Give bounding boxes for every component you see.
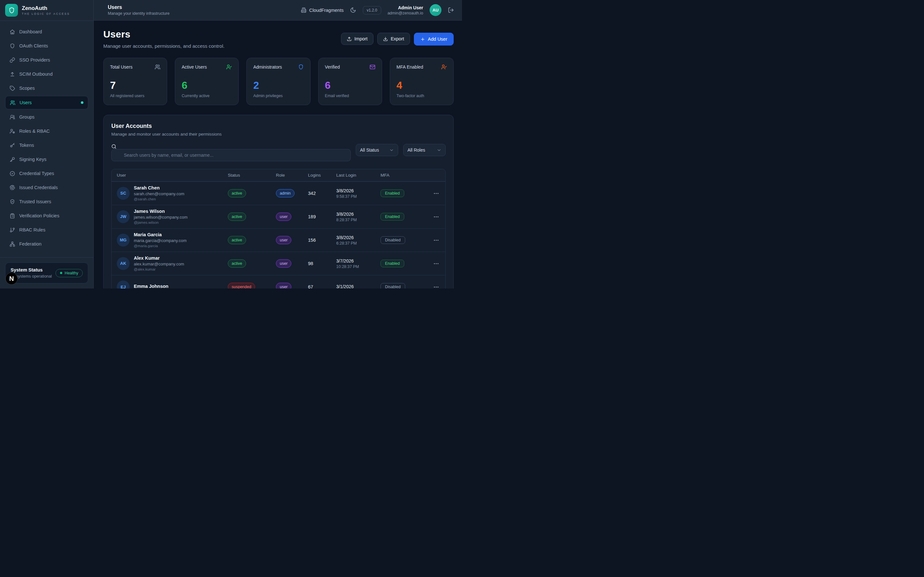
brand-tagline: THE LOGIC OF ACCESS — [22, 12, 70, 15]
stat-label: Active Users — [182, 64, 207, 69]
user-check-icon — [441, 64, 447, 70]
accounts-subtitle: Manage and monitor user accounts and the… — [111, 132, 446, 137]
sidebar-item-label: Roles & RBAC — [19, 129, 50, 134]
role-badge: admin — [276, 189, 294, 198]
export-button[interactable]: Export — [377, 33, 410, 45]
logins-count: 98 — [308, 261, 336, 266]
logins-count: 342 — [308, 191, 336, 196]
last-login-date: 3/8/2026 — [336, 188, 381, 193]
last-login-date: 3/8/2026 — [336, 211, 381, 217]
stat-value: 6 — [325, 79, 375, 91]
sidebar-nav: Dashboard OAuth Clients SSO Providers SC… — [0, 21, 94, 251]
status-badge-label: Healthy — [65, 271, 78, 276]
tag-icon — [10, 85, 15, 91]
mfa-badge: Enabled — [381, 259, 404, 268]
fingerprint-icon — [10, 185, 15, 190]
sidebar-item-label: Issued Credentials — [19, 185, 58, 190]
ellipsis-icon — [433, 261, 440, 267]
sidebar-item-label: OAuth Clients — [19, 43, 48, 48]
stat-caption: All registered users — [110, 93, 160, 98]
stat-value: 6 — [182, 79, 232, 91]
mfa-badge: Enabled — [381, 189, 404, 197]
sidebar-item-label: Federation — [19, 242, 41, 247]
theme-toggle-button[interactable] — [350, 7, 357, 13]
row-actions-button[interactable] — [433, 284, 440, 288]
roles-filter-select[interactable]: All Roles — [403, 144, 446, 156]
link-icon — [10, 57, 15, 63]
download-icon — [383, 37, 388, 41]
current-user-name: Admin User — [388, 5, 423, 10]
git-branch-icon — [10, 227, 15, 233]
sidebar-item-groups[interactable]: Groups — [5, 111, 88, 123]
moon-icon — [350, 7, 357, 13]
sidebar-item-label: Signing Keys — [19, 157, 47, 162]
logout-button[interactable] — [448, 7, 454, 13]
sidebar-item-issued-credentials[interactable]: Issued Credentials — [5, 181, 88, 194]
sidebar-item-label: Groups — [19, 114, 35, 119]
sidebar-item-rbac-rules[interactable]: RBAC Rules — [5, 223, 88, 236]
sidebar-item-tokens[interactable]: Tokens — [5, 139, 88, 152]
sidebar-item-sso-providers[interactable]: SSO Providers — [5, 53, 88, 66]
row-actions-button[interactable] — [433, 213, 440, 220]
column-header-last-login: Last Login — [336, 173, 381, 177]
shield-icon — [298, 64, 304, 70]
ellipsis-icon — [433, 237, 440, 243]
sidebar-item-scopes[interactable]: Scopes — [5, 82, 88, 95]
sidebar-item-oauth-clients[interactable]: OAuth Clients — [5, 39, 88, 52]
sidebar-item-users[interactable]: Users — [5, 96, 88, 109]
last-login-time: 8:28:37 PM — [336, 218, 381, 222]
avatar[interactable]: AU — [430, 4, 441, 16]
sidebar-item-trusted-issuers[interactable]: Trusted Issuers — [5, 195, 88, 208]
sidebar-item-federation[interactable]: Federation — [5, 237, 88, 250]
avatar: EJ — [117, 280, 129, 288]
sidebar-item-verification-policies[interactable]: Verification Policies — [5, 210, 88, 222]
status-filter-select[interactable]: All Status — [356, 144, 398, 156]
sidebar-item-roles-rbac[interactable]: Roles & RBAC — [5, 125, 88, 137]
column-header-mfa: MFA — [381, 173, 425, 177]
stat-card-active-users: Active Users 6 Currently active — [175, 58, 239, 105]
row-actions-button[interactable] — [433, 190, 440, 197]
search-icon — [111, 144, 351, 149]
table-row: SC Sarah Chen sarah.chen@company.com @sa… — [111, 181, 445, 205]
mfa-badge: Disabled — [381, 236, 405, 244]
sidebar-item-scim-outbound[interactable]: SCIM Outbound — [5, 68, 88, 81]
upload-icon — [347, 37, 352, 41]
ellipsis-icon — [433, 214, 440, 220]
avatar: SC — [117, 187, 129, 200]
mfa-badge: Enabled — [381, 213, 404, 221]
search-input[interactable] — [111, 149, 351, 161]
org-switcher[interactable]: CloudFragments — [301, 7, 344, 13]
sidebar-item-label: Dashboard — [19, 29, 42, 34]
stat-card-total-users: Total Users 7 All registered users — [103, 58, 167, 105]
user-accounts-card: User Accounts Manage and monitor user ac… — [103, 115, 454, 288]
stat-caption: Currently active — [182, 93, 232, 98]
sidebar-item-dashboard[interactable]: Dashboard — [5, 25, 88, 38]
user-name: Sarah Chen — [134, 185, 184, 191]
import-button[interactable]: Import — [341, 33, 373, 45]
health-dot-icon — [60, 272, 62, 274]
user-username: @alex.kumar — [134, 268, 184, 272]
add-user-button[interactable]: Add User — [414, 33, 454, 45]
sidebar-item-label: Credential Types — [19, 171, 54, 176]
stat-caption: Two-factor auth — [397, 93, 447, 98]
stat-caption: Email verified — [325, 93, 375, 98]
chevron-down-icon — [389, 148, 394, 153]
last-login-time: 10:28:37 PM — [336, 264, 381, 269]
mail-icon — [370, 64, 375, 70]
avatar: MG — [117, 234, 129, 247]
users-round-icon — [10, 114, 15, 120]
table-row: EJ Emma Johnson suspended user 67 3/1/20… — [111, 275, 445, 288]
nextjs-dev-badge[interactable]: N — [5, 272, 18, 285]
chevron-down-icon — [437, 148, 441, 153]
logins-count: 189 — [308, 214, 336, 219]
table-row: JW James Wilson james.wilson@company.com… — [111, 205, 445, 228]
network-icon — [10, 242, 15, 247]
sidebar-item-label: RBAC Rules — [19, 227, 45, 232]
user-username: @sarah.chen — [134, 197, 184, 201]
last-login-date: 3/8/2026 — [336, 235, 381, 240]
sidebar-item-credential-types[interactable]: Credential Types — [5, 167, 88, 180]
row-actions-button[interactable] — [433, 237, 440, 243]
status-badge: active — [228, 259, 246, 268]
row-actions-button[interactable] — [433, 260, 440, 267]
sidebar-item-signing-keys[interactable]: Signing Keys — [5, 153, 88, 166]
